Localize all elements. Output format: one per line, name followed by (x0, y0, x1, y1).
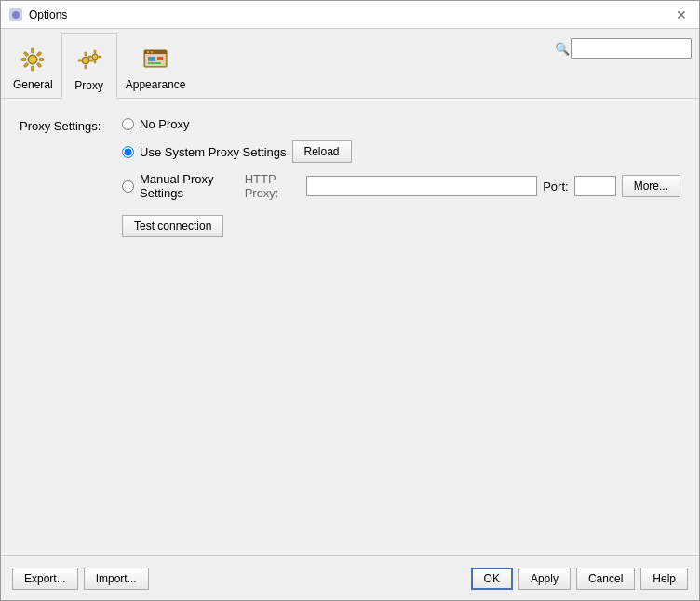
svg-rect-16 (89, 60, 93, 61)
tab-proxy-label: Proxy (74, 79, 103, 92)
svg-point-23 (93, 55, 97, 59)
svg-rect-22 (98, 56, 101, 58)
no-proxy-radio[interactable] (122, 118, 134, 130)
title-bar: Options ✕ (1, 1, 699, 29)
use-system-proxy-row: Use System Proxy Settings Reload (122, 140, 680, 163)
footer: Export... Import... OK Apply Cancel Help (1, 555, 699, 600)
svg-rect-15 (78, 60, 82, 61)
svg-rect-30 (157, 57, 163, 60)
port-label: Port: (543, 180, 568, 194)
svg-rect-8 (37, 51, 43, 57)
proxy-settings-section: Proxy Settings: No Proxy Use System Prox… (20, 117, 680, 200)
svg-rect-7 (24, 51, 30, 57)
manual-proxy-row: Manual Proxy Settings HTTP Proxy: Port: … (122, 172, 680, 200)
manual-proxy-label[interactable]: Manual Proxy Settings (140, 172, 239, 200)
help-button[interactable]: Help (640, 568, 688, 590)
options-window: Options ✕ (0, 0, 700, 601)
svg-rect-6 (39, 59, 44, 61)
no-proxy-label[interactable]: No Proxy (140, 117, 189, 131)
svg-rect-20 (94, 60, 96, 64)
footer-left: Export... Import... (12, 568, 149, 590)
close-button[interactable]: ✕ (671, 5, 692, 25)
window-title: Options (29, 8, 671, 21)
svg-rect-21 (88, 56, 92, 58)
svg-rect-29 (148, 57, 155, 61)
proxy-options: No Proxy Use System Proxy Settings Reloa… (122, 117, 680, 200)
proxy-settings-label: Proxy Settings: (20, 117, 122, 133)
test-connection-row: Test connection (122, 215, 680, 237)
svg-rect-4 (32, 66, 34, 71)
svg-rect-31 (148, 62, 161, 64)
svg-rect-9 (24, 62, 30, 68)
svg-point-1 (12, 11, 20, 19)
toolbar: General (1, 29, 699, 99)
ok-button[interactable]: OK (471, 568, 513, 590)
apply-button[interactable]: Apply (518, 568, 571, 590)
appearance-icon (141, 45, 170, 74)
svg-rect-5 (21, 59, 26, 61)
content-area: Proxy Settings: No Proxy Use System Prox… (1, 99, 699, 555)
tab-appearance[interactable]: Appearance (117, 33, 195, 98)
use-system-proxy-radio[interactable] (122, 146, 134, 158)
no-proxy-row: No Proxy (122, 117, 680, 131)
test-connection-button[interactable]: Test connection (122, 215, 223, 237)
http-proxy-input[interactable] (306, 176, 537, 196)
svg-point-17 (83, 59, 88, 63)
proxy-icon (74, 46, 104, 75)
use-system-proxy-label[interactable]: Use System Proxy Settings (140, 145, 287, 159)
toolbar-search: 🔍 (554, 38, 692, 59)
window-icon (8, 7, 23, 22)
reload-button[interactable]: Reload (292, 140, 352, 163)
cancel-button[interactable]: Cancel (576, 568, 635, 590)
tab-general-label: General (13, 78, 53, 91)
svg-rect-3 (32, 48, 34, 53)
import-button[interactable]: Import... (84, 568, 149, 590)
port-input[interactable] (574, 176, 616, 196)
svg-point-11 (30, 57, 36, 63)
tab-appearance-label: Appearance (126, 78, 186, 91)
http-proxy-label: HTTP Proxy: (245, 172, 302, 200)
more-button[interactable]: More... (622, 175, 680, 197)
svg-rect-19 (94, 50, 96, 54)
tab-general[interactable]: General (5, 33, 61, 98)
svg-rect-13 (85, 52, 87, 56)
svg-point-28 (151, 51, 153, 53)
svg-point-27 (147, 51, 149, 53)
manual-proxy-radio[interactable] (122, 180, 134, 193)
search-input[interactable] (571, 38, 692, 59)
footer-right: OK Apply Cancel Help (471, 568, 688, 590)
svg-rect-10 (37, 62, 43, 68)
search-icon: 🔍 (554, 40, 571, 57)
svg-rect-14 (85, 65, 87, 69)
export-button[interactable]: Export... (12, 568, 78, 590)
general-icon (18, 45, 47, 74)
tab-proxy[interactable]: Proxy (61, 33, 117, 99)
